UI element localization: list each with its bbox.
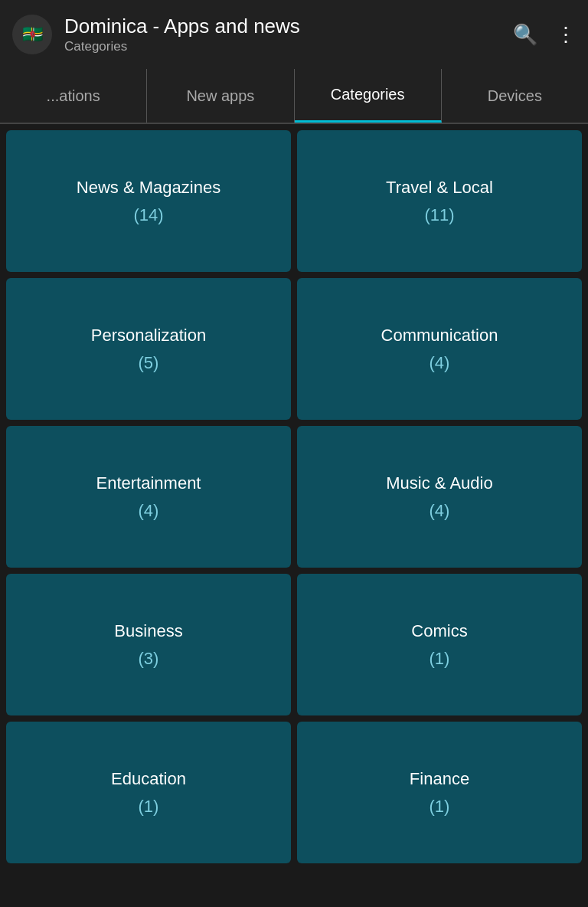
category-name: Communication [374, 325, 506, 347]
flag-icon: 🇩🇲 [22, 25, 43, 44]
category-grid: News & Magazines(14)Travel & Local(11)Pe… [0, 124, 588, 869]
category-card-communication[interactable]: Communication(4) [297, 278, 582, 420]
category-name: Personalization [83, 325, 214, 347]
tab-new-apps[interactable]: New apps [147, 69, 294, 123]
category-name: Music & Audio [378, 473, 500, 495]
search-icon[interactable]: 🔍 [513, 23, 537, 47]
header-title-block: Dominica - Apps and news Categories [64, 15, 300, 54]
category-count: (1) [430, 649, 450, 669]
more-options-icon[interactable]: ⋮ [556, 23, 576, 47]
category-card-comics[interactable]: Comics(1) [297, 574, 582, 715]
header-title: Dominica - Apps and news [64, 15, 300, 38]
category-name: Travel & Local [378, 177, 501, 199]
category-count: (11) [424, 205, 454, 225]
category-count: (1) [139, 797, 159, 817]
category-count: (14) [133, 205, 163, 225]
category-card-business[interactable]: Business(3) [6, 574, 291, 715]
tab-applications[interactable]: ...ations [0, 69, 147, 123]
category-card-news-magazines[interactable]: News & Magazines(14) [6, 130, 291, 272]
header-left: 🇩🇲 Dominica - Apps and news Categories [12, 15, 300, 54]
tab-categories[interactable]: Categories [295, 69, 442, 123]
category-count: (1) [430, 797, 450, 817]
category-name: News & Magazines [69, 177, 228, 199]
category-name: Entertainment [89, 473, 209, 495]
category-card-travel-local[interactable]: Travel & Local(11) [297, 130, 582, 272]
category-count: (4) [430, 353, 450, 373]
category-name: Business [106, 620, 190, 643]
category-name: Finance [402, 768, 477, 791]
header-icons: 🔍 ⋮ [513, 23, 576, 47]
header-subtitle: Categories [64, 39, 300, 54]
category-card-entertainment[interactable]: Entertainment(4) [6, 426, 291, 568]
category-card-personalization[interactable]: Personalization(5) [6, 278, 291, 420]
category-card-music-audio[interactable]: Music & Audio(4) [297, 426, 582, 568]
category-card-finance[interactable]: Finance(1) [297, 722, 582, 863]
tab-devices[interactable]: Devices [442, 69, 588, 123]
category-count: (4) [139, 501, 159, 521]
category-count: (5) [139, 353, 159, 373]
app-header: 🇩🇲 Dominica - Apps and news Categories 🔍… [0, 0, 588, 69]
category-name: Comics [403, 620, 475, 643]
tab-bar: ...ations New apps Categories Devices [0, 69, 588, 124]
category-card-education[interactable]: Education(1) [6, 722, 291, 863]
category-count: (3) [139, 649, 159, 669]
category-count: (4) [430, 501, 450, 521]
app-icon: 🇩🇲 [12, 15, 52, 54]
category-name: Education [103, 768, 194, 791]
